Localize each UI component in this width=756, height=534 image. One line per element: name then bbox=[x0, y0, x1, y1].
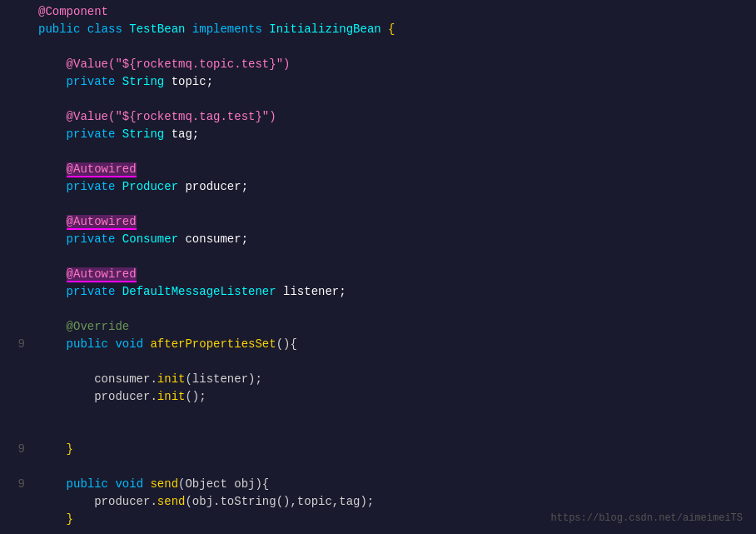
code-content: @Componentpublic class TestBean implemen… bbox=[0, 3, 756, 534]
code-token: consumer; bbox=[185, 232, 248, 246]
line-content: producer.init(); bbox=[38, 388, 743, 406]
line-gutter bbox=[13, 126, 25, 143]
line-gutter bbox=[13, 406, 25, 423]
code-token: private bbox=[67, 285, 122, 298]
code-token bbox=[38, 162, 67, 176]
code-token: (); bbox=[185, 390, 206, 403]
line-gutter bbox=[13, 3, 25, 21]
code-line: public class TestBean implements Initial… bbox=[0, 21, 756, 38]
line-content: producer.send(obj.toString(),topic,tag); bbox=[38, 493, 743, 511]
code-token: @Autowired bbox=[67, 162, 137, 177]
line-gutter bbox=[13, 423, 25, 441]
code-line: private Consumer consumer; bbox=[0, 231, 756, 248]
code-token: send bbox=[150, 477, 178, 491]
code-token: @Component bbox=[38, 5, 108, 18]
line-content: } bbox=[38, 441, 743, 458]
line-content: @Autowired bbox=[38, 266, 743, 283]
code-token: afterPropertiesSet bbox=[150, 337, 276, 351]
line-content: private Consumer consumer; bbox=[38, 231, 743, 248]
code-line: private String tag; bbox=[0, 126, 756, 143]
line-content bbox=[38, 423, 743, 441]
line-gutter: 9 bbox=[13, 441, 25, 458]
code-token: Producer bbox=[122, 180, 186, 193]
code-token: (obj.toString(),topic,tag); bbox=[185, 495, 374, 508]
code-token: topic; bbox=[172, 75, 213, 88]
line-gutter bbox=[13, 231, 25, 248]
code-line: 9 } bbox=[0, 441, 756, 458]
line-gutter bbox=[13, 318, 25, 336]
code-token: void bbox=[115, 477, 150, 491]
line-content: private String tag; bbox=[38, 126, 743, 143]
line-content bbox=[38, 458, 743, 476]
code-token: } bbox=[38, 512, 73, 526]
code-token: String bbox=[122, 127, 172, 141]
line-gutter bbox=[13, 493, 25, 511]
line-content: consumer.init(listener); bbox=[38, 371, 743, 388]
line-content: public void afterPropertiesSet(){ bbox=[38, 336, 743, 353]
code-token: tag; bbox=[172, 127, 200, 141]
code-token: private bbox=[67, 127, 122, 141]
code-line: consumer.init(listener); bbox=[0, 371, 756, 388]
code-token bbox=[38, 75, 67, 88]
code-token: InitializingBean bbox=[269, 22, 388, 36]
line-gutter bbox=[13, 511, 25, 528]
code-editor: @Componentpublic class TestBean implemen… bbox=[0, 0, 756, 534]
code-line: private Producer producer; bbox=[0, 178, 756, 196]
code-token: consumer. bbox=[38, 372, 157, 386]
code-token: private bbox=[67, 232, 122, 246]
line-gutter: 9 bbox=[13, 336, 25, 353]
line-content: public class TestBean implements Initial… bbox=[38, 21, 743, 38]
code-token: producer; bbox=[185, 180, 248, 193]
line-gutter bbox=[13, 213, 25, 231]
line-gutter bbox=[13, 56, 25, 73]
code-token bbox=[38, 232, 67, 246]
line-content: @Value("${rocketmq.topic.test}") bbox=[38, 56, 743, 73]
code-token: public bbox=[67, 337, 116, 351]
code-token: } bbox=[38, 442, 73, 456]
code-token: listener; bbox=[283, 285, 346, 298]
line-gutter bbox=[13, 388, 25, 406]
line-content: private DefaultMessageListener listener; bbox=[38, 283, 743, 301]
line-gutter bbox=[13, 196, 25, 213]
code-token: public bbox=[67, 477, 116, 491]
code-token: send bbox=[157, 495, 186, 508]
code-token: TestBean bbox=[129, 22, 192, 36]
code-token bbox=[38, 285, 67, 298]
line-content: @Component bbox=[38, 3, 743, 21]
line-gutter bbox=[13, 528, 25, 534]
code-line: @Autowired bbox=[0, 161, 756, 178]
line-gutter bbox=[13, 108, 25, 126]
code-token: DefaultMessageListener bbox=[122, 285, 283, 298]
code-token: { bbox=[388, 22, 395, 36]
code-line bbox=[0, 423, 756, 441]
code-line: 9 public void send(Object obj){ bbox=[0, 476, 756, 493]
code-line bbox=[0, 528, 756, 534]
code-token: String bbox=[122, 75, 172, 88]
code-token: (){ bbox=[276, 337, 297, 351]
code-token: class bbox=[87, 22, 129, 36]
code-token: @Autowired bbox=[67, 267, 137, 282]
code-line bbox=[0, 458, 756, 476]
line-gutter bbox=[13, 73, 25, 91]
line-content bbox=[38, 38, 743, 56]
code-line bbox=[0, 196, 756, 213]
line-gutter: 9 bbox=[13, 476, 25, 493]
code-line bbox=[0, 91, 756, 108]
line-content: @Value("${rocketmq.tag.test}") bbox=[38, 108, 743, 126]
code-line: producer.send(obj.toString(),topic,tag); bbox=[0, 493, 756, 511]
code-token: init bbox=[157, 372, 186, 386]
code-line: private String topic; bbox=[0, 73, 756, 91]
code-token: producer. bbox=[38, 495, 157, 508]
code-line: @Autowired bbox=[0, 266, 756, 283]
line-content bbox=[38, 248, 743, 266]
code-line: private DefaultMessageListener listener; bbox=[0, 283, 756, 301]
code-line bbox=[0, 38, 756, 56]
line-content: private String topic; bbox=[38, 73, 743, 91]
code-line bbox=[0, 353, 756, 371]
code-token bbox=[38, 267, 67, 281]
code-line: @Component bbox=[0, 3, 756, 21]
line-gutter bbox=[13, 371, 25, 388]
code-line bbox=[0, 406, 756, 423]
code-token bbox=[38, 215, 67, 228]
code-line: producer.init(); bbox=[0, 388, 756, 406]
